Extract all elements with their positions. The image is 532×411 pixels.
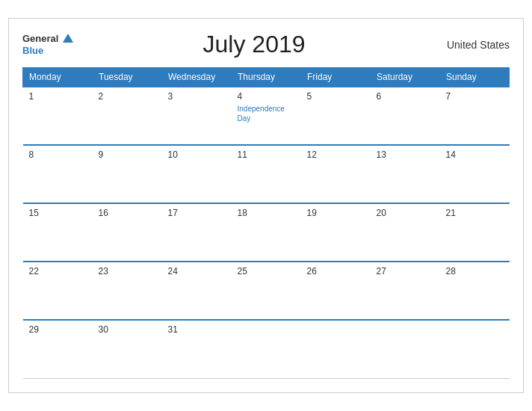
day-number: 6 (377, 91, 434, 102)
calendar-header: General Blue July 2019 United States (22, 31, 510, 58)
day-cell: 14 (440, 145, 510, 203)
day-cell: 10 (162, 145, 232, 203)
weekday-header-saturday: Saturday (371, 68, 440, 87)
day-number: 18 (238, 208, 295, 218)
day-number: 30 (99, 324, 156, 335)
day-cell: 22 (23, 262, 93, 320)
calendar-container: General Blue July 2019 United States Mon… (8, 18, 524, 393)
day-cell: 11 (232, 145, 301, 203)
day-number: 16 (99, 208, 156, 218)
day-cell: 13 (371, 145, 440, 203)
brand-triangle-icon (63, 34, 73, 43)
weekday-header-sunday: Sunday (440, 68, 510, 87)
day-number: 4 (238, 91, 295, 102)
day-cell: 8 (23, 145, 93, 203)
day-cell: 29 (23, 320, 93, 378)
day-number: 1 (29, 91, 87, 102)
day-number: 25 (238, 266, 295, 276)
day-cell: 18 (232, 203, 301, 262)
brand-logo: General Blue (22, 33, 73, 56)
day-cell: 9 (93, 145, 162, 203)
day-number: 29 (29, 324, 87, 335)
day-number: 2 (99, 91, 156, 102)
day-number: 27 (377, 266, 434, 276)
day-cell: 15 (23, 203, 93, 262)
day-number: 20 (377, 208, 434, 218)
weekday-header-wednesday: Wednesday (162, 68, 232, 87)
day-number: 24 (168, 266, 226, 276)
day-cell: 6 (371, 87, 440, 145)
day-cell: 4Independence Day (232, 87, 301, 145)
day-cell (371, 320, 440, 378)
day-number: 8 (29, 149, 87, 160)
day-number: 23 (99, 266, 156, 276)
week-row-3: 15161718192021 (23, 203, 510, 262)
weekday-header-thursday: Thursday (232, 68, 301, 87)
day-number: 10 (168, 149, 226, 160)
weekday-header-monday: Monday (23, 68, 93, 87)
day-number: 12 (307, 149, 365, 160)
day-cell: 3 (162, 87, 232, 145)
day-number: 14 (446, 149, 504, 160)
day-cell: 20 (371, 203, 440, 262)
day-number: 26 (307, 266, 365, 276)
calendar-title: July 2019 (73, 31, 435, 58)
holiday-label: Independence Day (238, 104, 295, 123)
weekday-header-tuesday: Tuesday (93, 68, 162, 87)
day-cell: 17 (162, 203, 232, 262)
region-label: United States (435, 39, 510, 51)
day-number: 9 (99, 149, 156, 160)
day-cell: 21 (440, 203, 510, 262)
brand-blue-text: Blue (22, 45, 43, 56)
day-number: 15 (29, 208, 87, 218)
day-number: 5 (307, 91, 365, 102)
day-number: 22 (29, 266, 87, 276)
day-cell: 1 (23, 87, 93, 145)
weekday-header-row: MondayTuesdayWednesdayThursdayFridaySatu… (23, 68, 510, 87)
week-row-2: 891011121314 (23, 145, 510, 203)
day-cell: 25 (232, 262, 301, 320)
day-cell: 28 (440, 262, 510, 320)
day-number: 19 (307, 208, 365, 218)
weekday-header-friday: Friday (301, 68, 371, 87)
day-cell: 2 (93, 87, 162, 145)
week-row-5: 293031 (23, 320, 510, 378)
day-number: 11 (238, 149, 295, 160)
day-cell: 23 (93, 262, 162, 320)
day-cell (301, 320, 371, 378)
calendar-grid: MondayTuesdayWednesdayThursdayFridaySatu… (22, 67, 510, 379)
day-number: 17 (168, 208, 226, 218)
brand-general-text: General (22, 33, 58, 44)
day-number: 21 (446, 208, 504, 218)
day-cell: 5 (301, 87, 371, 145)
day-cell: 12 (301, 145, 371, 203)
day-number: 3 (168, 91, 226, 102)
day-number: 28 (446, 266, 504, 276)
day-cell: 27 (371, 262, 440, 320)
day-cell: 19 (301, 203, 371, 262)
day-number: 13 (377, 149, 434, 160)
day-number: 31 (168, 324, 226, 335)
week-row-1: 1234Independence Day567 (23, 87, 510, 145)
day-cell: 26 (301, 262, 371, 320)
day-cell: 24 (162, 262, 232, 320)
day-cell: 7 (440, 87, 510, 145)
day-cell: 16 (93, 203, 162, 262)
day-cell (440, 320, 510, 378)
day-cell (232, 320, 301, 378)
day-cell: 31 (162, 320, 232, 378)
week-row-4: 22232425262728 (23, 262, 510, 320)
day-number: 7 (446, 91, 504, 102)
day-cell: 30 (93, 320, 162, 378)
